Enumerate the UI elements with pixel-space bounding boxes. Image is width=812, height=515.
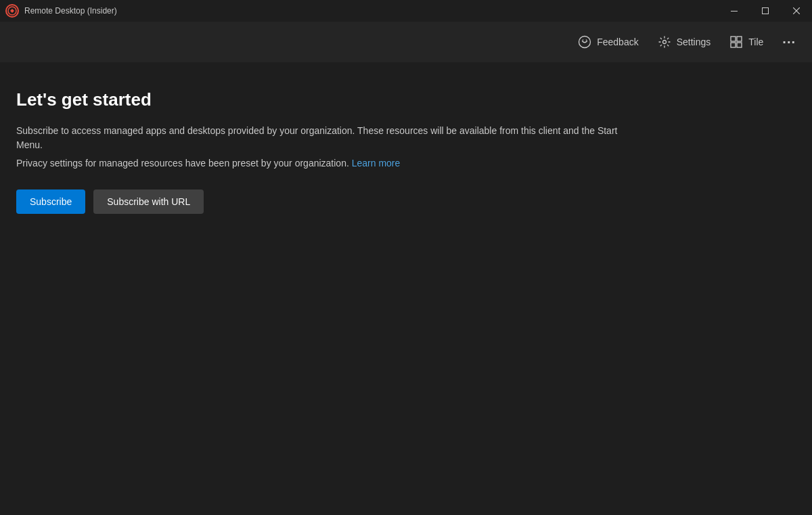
settings-label: Settings (677, 37, 711, 47)
svg-point-5 (579, 37, 591, 48)
svg-point-6 (583, 39, 584, 41)
tile-label: Tile (748, 37, 763, 47)
title-bar: Remote Desktop (Insider) (0, 0, 812, 22)
main-content: Let's get started Subscribe to access ma… (0, 62, 812, 241)
svg-rect-2 (763, 8, 769, 14)
page-title: Let's get started (16, 89, 796, 110)
svg-rect-11 (731, 43, 736, 47)
tile-button[interactable]: Tile (721, 27, 771, 57)
feedback-label: Feedback (597, 37, 638, 47)
subscribe-button[interactable]: Subscribe (16, 189, 85, 214)
settings-button[interactable]: Settings (650, 27, 719, 57)
more-button[interactable]: ··· (774, 27, 804, 57)
learn-more-link[interactable]: Learn more (352, 158, 401, 169)
svg-rect-10 (737, 37, 742, 41)
app-icon (5, 4, 19, 18)
svg-rect-9 (731, 37, 736, 41)
feedback-button[interactable]: Feedback (570, 27, 646, 57)
maximize-button[interactable] (750, 0, 781, 22)
description-line2: Privacy settings for managed resources h… (16, 156, 796, 171)
title-bar-left: Remote Desktop (Insider) (0, 0, 117, 22)
window-title: Remote Desktop (Insider) (24, 6, 117, 16)
svg-point-7 (586, 39, 587, 41)
more-icon: ··· (782, 35, 796, 50)
svg-rect-1 (731, 11, 738, 12)
window-controls (719, 0, 812, 22)
feedback-icon (578, 35, 591, 49)
privacy-text: Privacy settings for managed resources h… (16, 158, 349, 169)
button-group: Subscribe Subscribe with URL (16, 189, 796, 214)
svg-rect-12 (737, 43, 742, 47)
close-button[interactable] (781, 0, 812, 22)
minimize-button[interactable] (719, 0, 750, 22)
nav-bar: Feedback Settings Tile ··· (0, 22, 812, 62)
subscribe-url-button[interactable]: Subscribe with URL (93, 189, 204, 214)
tile-icon (729, 35, 743, 49)
settings-icon (658, 35, 671, 49)
svg-point-8 (662, 41, 666, 44)
description-line1: Subscribe to access managed apps and des… (16, 124, 625, 152)
